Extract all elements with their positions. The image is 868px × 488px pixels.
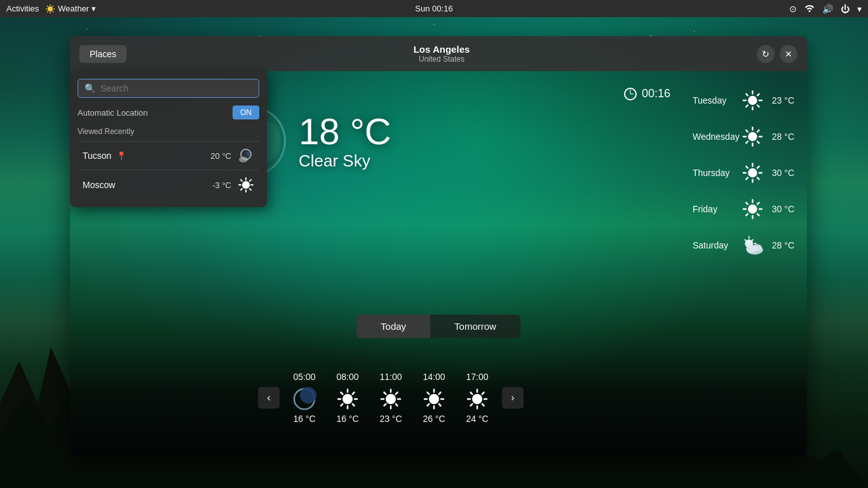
svg-line-84 bbox=[757, 178, 759, 180]
main-weather-text: 18 °C Clear Sky bbox=[299, 111, 391, 172]
svg-line-49 bbox=[439, 393, 441, 395]
hourly-item-2: 11:00 23 °C bbox=[379, 372, 403, 424]
refresh-button[interactable]: ↻ bbox=[757, 45, 775, 63]
svg-line-77 bbox=[746, 142, 748, 144]
tucson-weather-icon bbox=[238, 148, 254, 163]
search-input[interactable] bbox=[100, 83, 252, 93]
svg-point-69 bbox=[748, 132, 757, 141]
svg-line-38 bbox=[384, 393, 386, 395]
svg-line-32 bbox=[341, 404, 343, 406]
main-temperature: 18 °C bbox=[299, 111, 391, 152]
auto-location-toggle[interactable]: ON bbox=[233, 105, 259, 119]
hourly-time-0: 05:00 bbox=[292, 372, 316, 382]
topbar-left: Activities Weather ▾ bbox=[6, 4, 96, 14]
svg-line-7 bbox=[53, 6, 54, 7]
recent-item-moscow[interactable]: Moscow -3 °C bbox=[78, 170, 259, 200]
hourly-temp-3: 26 °C bbox=[422, 414, 446, 424]
forecast-icon-4 bbox=[740, 234, 765, 257]
svg-point-13 bbox=[242, 181, 250, 189]
svg-line-65 bbox=[746, 94, 748, 96]
hourly-temp-0: 16 °C bbox=[292, 414, 316, 424]
screen-icon[interactable]: ⊙ bbox=[789, 4, 797, 14]
hourly-temp-4: 24 °C bbox=[465, 414, 489, 424]
svg-point-87 bbox=[748, 205, 757, 214]
hourly-forecast-bar: ‹ 05:00 16 °C 08:00 bbox=[108, 372, 674, 424]
moscow-temp: -3 °C bbox=[212, 180, 231, 190]
hourly-prev-button[interactable]: ‹ bbox=[258, 387, 280, 409]
weather-app-icon bbox=[45, 4, 55, 14]
forecast-temp-0: 23 °C bbox=[764, 95, 794, 105]
hourly-time-1: 08:00 bbox=[336, 372, 360, 382]
svg-line-68 bbox=[746, 105, 748, 107]
forecast-day-thursday: Thursday 30 °C bbox=[689, 156, 797, 189]
hourly-time-4: 17:00 bbox=[465, 372, 489, 382]
tab-today[interactable]: Today bbox=[356, 315, 430, 338]
recent-item-tucson[interactable]: Tucson 📍 20 °C bbox=[78, 141, 259, 170]
svg-line-85 bbox=[757, 166, 759, 168]
power-icon[interactable]: ⏻ bbox=[841, 4, 850, 14]
tucson-label: Tucson bbox=[83, 151, 111, 161]
clock-icon bbox=[624, 88, 637, 100]
hourly-temp-2: 23 °C bbox=[379, 414, 403, 424]
wifi-icon[interactable] bbox=[804, 3, 815, 14]
svg-line-75 bbox=[757, 142, 759, 144]
svg-line-94 bbox=[757, 203, 759, 205]
svg-line-40 bbox=[396, 393, 398, 395]
svg-line-19 bbox=[250, 189, 251, 190]
svg-line-99 bbox=[745, 240, 746, 241]
moscow-label: Moscow bbox=[83, 180, 115, 190]
forecast-day-name-1: Wednesday bbox=[693, 132, 742, 142]
viewed-recently-label: Viewed Recently bbox=[78, 127, 259, 136]
svg-line-74 bbox=[746, 130, 748, 132]
svg-line-21 bbox=[241, 189, 242, 190]
forecast-day-name-2: Thursday bbox=[693, 168, 742, 178]
hourly-item-3: 14:00 26 °C bbox=[422, 372, 446, 424]
system-menu-chevron[interactable]: ▾ bbox=[857, 4, 862, 14]
weather-window: Places Los Angeles United States ↻ ✕ 🔍 A… bbox=[70, 36, 807, 456]
places-dropdown: 🔍 Automatic Location ON Viewed Recently … bbox=[70, 71, 267, 207]
desktop: Places Los Angeles United States ↻ ✕ 🔍 A… bbox=[0, 17, 868, 488]
svg-point-23 bbox=[300, 387, 316, 403]
search-box: 🔍 bbox=[78, 79, 259, 98]
activities-button[interactable]: Activities bbox=[6, 4, 39, 13]
volume-icon[interactable]: 🔊 bbox=[822, 4, 833, 14]
forecast-day-saturday: Saturday 28 °C bbox=[689, 229, 797, 262]
weather-app-name: Weather bbox=[58, 4, 89, 13]
svg-point-0 bbox=[48, 6, 53, 11]
window-title: Los Angeles United States bbox=[414, 44, 470, 64]
window-city: Los Angeles bbox=[414, 44, 470, 55]
svg-line-58 bbox=[482, 393, 484, 395]
svg-line-47 bbox=[428, 393, 430, 395]
weather-menu-button[interactable]: Weather ▾ bbox=[45, 4, 96, 14]
places-button[interactable]: Places bbox=[79, 45, 126, 63]
hourly-icon-4 bbox=[465, 387, 489, 411]
forecast-icon-2 bbox=[742, 161, 764, 184]
svg-point-103 bbox=[752, 244, 762, 251]
hourly-next-button[interactable]: › bbox=[502, 387, 524, 409]
forecast-icon-3 bbox=[742, 198, 764, 220]
auto-location-label: Automatic Location bbox=[78, 108, 148, 118]
svg-line-31 bbox=[353, 393, 355, 395]
svg-line-67 bbox=[757, 94, 759, 96]
topbar: Activities Weather ▾ Sun 00:16 ⊙ bbox=[0, 0, 868, 17]
svg-point-42 bbox=[429, 394, 439, 404]
close-button[interactable]: ✕ bbox=[780, 45, 797, 63]
svg-point-12 bbox=[239, 157, 248, 163]
svg-line-39 bbox=[396, 404, 398, 406]
svg-line-29 bbox=[341, 393, 343, 395]
svg-point-51 bbox=[472, 394, 482, 404]
hourly-time-3: 14:00 bbox=[422, 372, 446, 382]
clock-widget: 00:16 bbox=[624, 87, 670, 100]
forecast-icon-1 bbox=[742, 125, 764, 148]
auto-location-row: Automatic Location ON bbox=[78, 105, 259, 119]
svg-line-86 bbox=[746, 178, 748, 180]
hourly-time-2: 11:00 bbox=[379, 372, 403, 382]
forecast-icon-0 bbox=[742, 89, 764, 112]
forecast-temp-4: 28 °C bbox=[765, 240, 794, 250]
clock-time: 00:16 bbox=[642, 87, 670, 100]
forecast-temp-2: 30 °C bbox=[764, 168, 794, 178]
svg-point-33 bbox=[386, 394, 396, 404]
hourly-icon-3 bbox=[422, 387, 446, 411]
svg-point-60 bbox=[748, 96, 757, 105]
tab-tomorrow[interactable]: Tomorrow bbox=[430, 315, 520, 338]
